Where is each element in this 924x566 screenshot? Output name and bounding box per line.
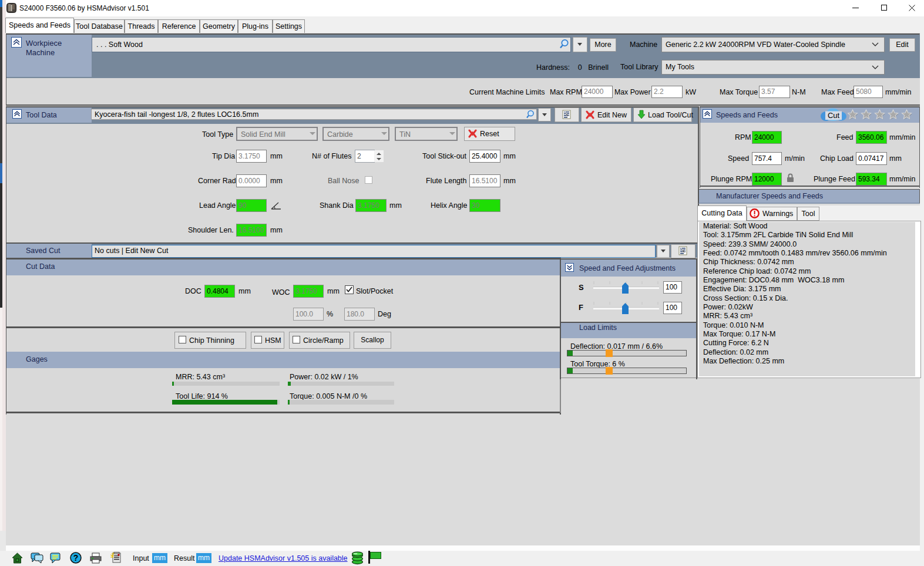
- svg-text:?: ?: [73, 553, 79, 562]
- svg-text:Cut: Cut: [828, 111, 840, 120]
